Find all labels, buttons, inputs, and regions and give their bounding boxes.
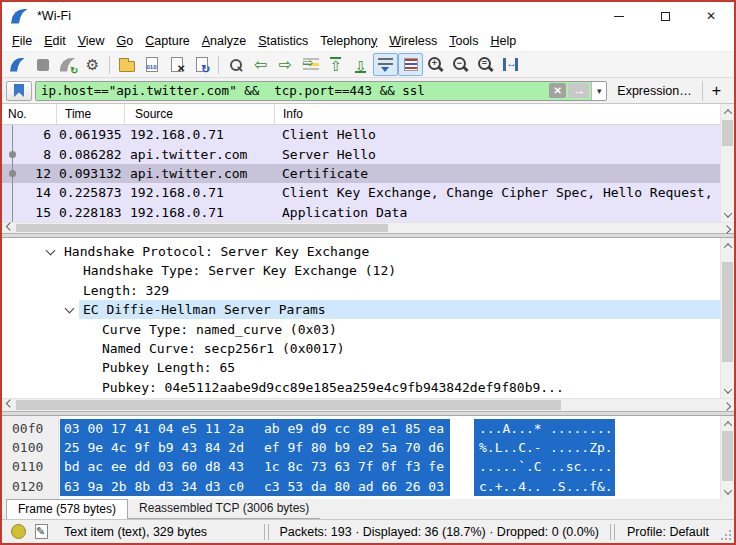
profile-status[interactable]: Profile: Default	[616, 525, 720, 539]
last-packet-button[interactable]	[348, 53, 373, 76]
scroll-down-icon[interactable]	[721, 384, 734, 397]
wireshark-window: *Wi-Fi ✕ FileEditViewGoCaptureAnalyzeSta…	[0, 0, 736, 545]
packet-row[interactable]: 120.093132api.twitter.comCertificate	[2, 164, 720, 183]
capture-comment-icon[interactable]	[35, 524, 48, 539]
column-header-no[interactable]: No.	[2, 104, 57, 124]
filter-apply-button[interactable]	[568, 83, 589, 98]
packet-row[interactable]: 150.228183192.168.0.71Application Data	[2, 203, 720, 222]
hex-vscrollbar[interactable]	[720, 416, 734, 499]
hex-bytes-group2: ab e9 d9 cc 89 e1 85 ea	[264, 419, 444, 438]
scroll-up-icon[interactable]	[721, 417, 734, 430]
expander-icon[interactable]	[46, 246, 56, 256]
restart-capture-button[interactable]	[55, 53, 80, 76]
hex-row[interactable]: 0110bd ac ee dd 03 60 d8 431c 8c 73 63 7…	[2, 457, 720, 476]
hex-row[interactable]: 00f003 00 17 41 04 e5 11 2aab e9 d9 cc 8…	[2, 419, 720, 438]
detail-row[interactable]: Curve Type: named_curve (0x03)	[2, 320, 720, 339]
detail-row[interactable]: Named Curve: secp256r1 (0x0017)	[2, 339, 720, 358]
scroll-thumb[interactable]	[16, 400, 561, 410]
menu-item-tools[interactable]: Tools	[443, 32, 484, 50]
scroll-thumb[interactable]	[16, 224, 388, 232]
scroll-right-icon[interactable]	[720, 223, 733, 233]
packet-list-pane: No.TimeSourceInfo 60.061935192.168.0.71C…	[2, 104, 734, 233]
resize-columns-button[interactable]	[498, 53, 523, 76]
resize-grip[interactable]	[720, 529, 734, 543]
magnifier-icon	[229, 58, 243, 72]
reload-file-button[interactable]	[189, 53, 214, 76]
column-header-info[interactable]: Info	[275, 104, 720, 124]
zoom-in-button[interactable]: +	[423, 53, 448, 76]
colorize-packets-button[interactable]	[398, 53, 423, 76]
packet-row[interactable]: 140.225873192.168.0.71Client Key Exchang…	[2, 183, 720, 202]
hex-offset: 0120	[12, 477, 43, 496]
packet-list-hscrollbar[interactable]	[2, 222, 734, 233]
zoom-out-button[interactable]: −	[448, 53, 473, 76]
menu-item-telephony[interactable]: Telephony	[314, 32, 383, 50]
detail-row[interactable]: Handshake Protocol: Server Key Exchange	[2, 242, 720, 261]
detail-row[interactable]: Handshake Type: Server Key Exchange (12)	[2, 261, 720, 280]
hex-bytes-group2: ef 9f 80 b9 e2 5a 70 d6	[264, 438, 444, 457]
close-button[interactable]: ✕	[688, 2, 734, 30]
detail-text: Pubkey: 04e5112aabe9d9cc89e185ea259e4c9f…	[102, 378, 564, 397]
details-hscrollbar[interactable]	[2, 398, 734, 411]
scroll-thumb[interactable]	[722, 120, 733, 146]
scroll-up-icon[interactable]	[721, 239, 734, 252]
first-packet-button[interactable]	[323, 53, 348, 76]
scroll-right-icon[interactable]	[720, 399, 733, 411]
filter-dropdown-button[interactable]	[591, 81, 606, 101]
zoom-reset-button[interactable]: =	[473, 53, 498, 76]
tab-reassembled[interactable]: Reassembled TCP (3006 bytes)	[128, 499, 320, 519]
scroll-left-icon[interactable]	[3, 399, 16, 411]
menu-item-wireless[interactable]: Wireless	[383, 32, 443, 50]
menu-item-go[interactable]: Go	[111, 32, 140, 50]
scroll-thumb[interactable]	[722, 262, 733, 362]
detail-row[interactable]: Pubkey Length: 65	[2, 358, 720, 377]
menu-item-capture[interactable]: Capture	[139, 32, 195, 50]
detail-row[interactable]: Length: 329	[2, 281, 720, 300]
stop-capture-button[interactable]	[30, 53, 55, 76]
detail-row[interactable]: EC Diffie-Hellman Server Params	[2, 300, 720, 319]
menu-item-edit[interactable]: Edit	[38, 32, 72, 50]
status-separator	[614, 524, 615, 540]
start-capture-button[interactable]	[5, 53, 30, 76]
cell-info: Client Hello	[275, 127, 720, 142]
filter-bookmark-button[interactable]	[6, 81, 32, 101]
column-header-source[interactable]: Source	[125, 104, 275, 124]
scroll-thumb[interactable]	[722, 431, 733, 481]
detail-row[interactable]: Pubkey: 04e5112aabe9d9cc89e185ea259e4c9f…	[2, 378, 720, 397]
save-file-button[interactable]	[139, 53, 164, 76]
details-vscrollbar[interactable]	[720, 238, 734, 398]
add-filter-button[interactable]: +	[702, 81, 730, 101]
scroll-up-icon[interactable]	[721, 105, 734, 118]
scroll-down-icon[interactable]	[721, 208, 734, 221]
display-filter-input[interactable]: ip.host=="api.twitter.com" && tcp.port==…	[35, 81, 607, 101]
column-header-time[interactable]: Time	[57, 104, 125, 124]
find-packet-button[interactable]	[223, 53, 248, 76]
filter-clear-button[interactable]	[549, 83, 566, 98]
hex-row[interactable]: 012063 9a 2b 8b d3 34 d3 c0c3 53 da 80 a…	[2, 477, 720, 496]
close-file-button[interactable]	[164, 53, 189, 76]
menu-item-file[interactable]: File	[6, 32, 38, 50]
packet-row[interactable]: 80.086282api.twitter.comServer Hello	[2, 144, 720, 163]
menu-item-analyze[interactable]: Analyze	[196, 32, 252, 50]
capture-options-button[interactable]	[80, 53, 105, 76]
cell-time: 0.093132	[57, 166, 125, 181]
maximize-button[interactable]	[642, 2, 688, 30]
expression-button[interactable]: Expression…	[607, 84, 701, 98]
menu-item-view[interactable]: View	[72, 32, 111, 50]
menu-item-help[interactable]: Help	[484, 32, 522, 50]
scroll-down-icon[interactable]	[721, 485, 734, 498]
expert-info-icon[interactable]	[11, 524, 26, 539]
open-file-button[interactable]	[114, 53, 139, 76]
packet-row[interactable]: 60.061935192.168.0.71Client Hello	[2, 125, 720, 144]
menu-item-statistics[interactable]: Statistics	[252, 32, 314, 50]
next-packet-button[interactable]	[273, 53, 298, 76]
tab-frame[interactable]: Frame (578 bytes)	[6, 499, 128, 519]
packet-list-vscrollbar[interactable]	[720, 104, 734, 222]
auto-scroll-button[interactable]	[373, 53, 398, 76]
minimize-button[interactable]	[596, 2, 642, 30]
go-to-packet-button[interactable]	[298, 53, 323, 76]
scroll-left-icon[interactable]	[3, 223, 16, 233]
hex-row[interactable]: 010025 9e 4c 9f b9 43 84 2def 9f 80 b9 e…	[2, 438, 720, 457]
previous-packet-button[interactable]	[248, 53, 273, 76]
expander-icon[interactable]	[65, 304, 75, 314]
